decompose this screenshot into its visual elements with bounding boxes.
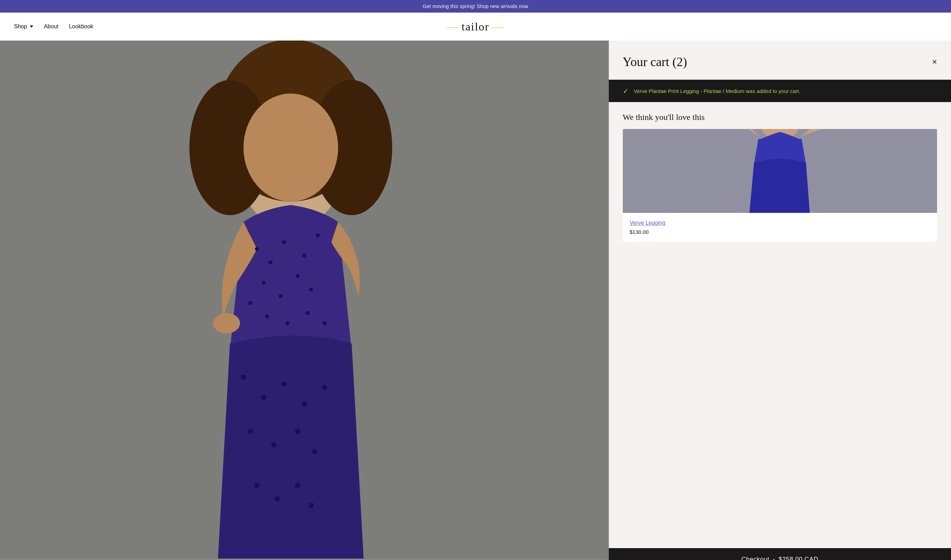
svg-point-20 <box>323 321 327 325</box>
svg-point-25 <box>322 385 327 390</box>
announcement-text: Get moving this spring! Shop new arrival… <box>423 3 528 9</box>
svg-point-6 <box>213 313 240 334</box>
model-image <box>0 40 609 558</box>
recommendation-price: $130.00 <box>630 229 930 235</box>
recommendation-card: Verve Legging $130.00 <box>623 129 937 242</box>
cart-header: Your cart (2) × <box>609 40 951 80</box>
svg-point-33 <box>308 503 313 508</box>
svg-point-24 <box>302 402 307 407</box>
product-page <box>0 40 609 558</box>
cart-title: Your cart (2) <box>623 55 687 69</box>
svg-point-31 <box>275 496 280 501</box>
svg-point-22 <box>261 395 266 400</box>
svg-rect-40 <box>758 139 801 142</box>
header: Shop About Lookbook tailor <box>0 12 951 40</box>
svg-point-19 <box>306 311 310 315</box>
logo[interactable]: tailor <box>447 20 504 33</box>
svg-point-17 <box>265 315 269 319</box>
recommendation-heading: We think you'll love this <box>623 112 937 122</box>
svg-point-12 <box>262 281 266 285</box>
cart-sidebar: Your cart (2) × ✓ Verve Plantae Print Le… <box>609 40 951 560</box>
svg-point-18 <box>286 321 290 325</box>
about-link[interactable]: About <box>44 23 59 30</box>
svg-point-13 <box>278 294 283 298</box>
svg-point-8 <box>269 260 273 265</box>
recommendation-image <box>623 129 937 213</box>
lookbook-link[interactable]: Lookbook <box>69 23 93 30</box>
svg-point-5 <box>244 93 338 202</box>
svg-point-26 <box>247 429 253 434</box>
chevron-down-icon <box>30 26 33 28</box>
svg-point-14 <box>296 274 300 278</box>
svg-point-23 <box>281 382 287 387</box>
svg-point-16 <box>248 301 252 305</box>
svg-point-9 <box>282 240 286 245</box>
announcement-bar: Get moving this spring! Shop new arrival… <box>0 0 951 12</box>
logo-text: tailor <box>447 20 504 33</box>
shop-label: Shop <box>14 23 27 30</box>
close-cart-button[interactable]: × <box>932 58 937 66</box>
product-image-section <box>0 40 609 558</box>
checkout-label: Checkout <box>741 556 769 560</box>
main-nav: Shop About Lookbook <box>14 23 93 30</box>
svg-point-15 <box>309 287 313 292</box>
svg-point-11 <box>316 234 320 238</box>
svg-point-7 <box>255 247 259 251</box>
recommendation-model-svg <box>623 129 937 213</box>
main-wrapper: Your cart (2) × ✓ Verve Plantae Print Le… <box>0 40 951 560</box>
notification-text: Verve Plantae Print Legging - Plantae / … <box>634 88 801 95</box>
checkmark-icon: ✓ <box>623 87 629 95</box>
product-main-image <box>0 40 609 558</box>
svg-point-21 <box>241 375 246 380</box>
checkout-total: $258.00 CAD <box>778 556 818 560</box>
svg-point-10 <box>302 254 307 258</box>
svg-point-29 <box>312 449 317 454</box>
checkout-separator: - <box>773 556 775 560</box>
svg-point-28 <box>295 429 300 434</box>
svg-point-30 <box>255 483 259 488</box>
added-to-cart-notification: ✓ Verve Plantae Print Legging - Plantae … <box>609 80 951 102</box>
svg-point-32 <box>295 483 300 488</box>
recommendation-product-link[interactable]: Verve Legging <box>630 220 665 226</box>
cart-body: We think you'll love this <box>609 102 951 548</box>
svg-point-27 <box>271 442 276 448</box>
checkout-bar: Checkout - $258.00 CAD <box>609 548 951 560</box>
shop-menu[interactable]: Shop <box>14 23 33 30</box>
checkout-button[interactable]: Checkout - $258.00 CAD <box>609 548 951 560</box>
recommendation-info: Verve Legging $130.00 <box>623 213 937 242</box>
